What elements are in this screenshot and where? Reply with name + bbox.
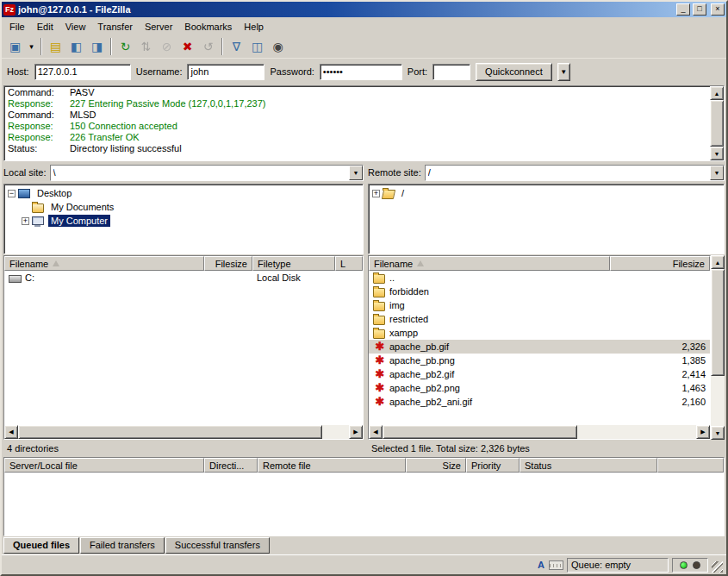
local-directory-tree: −DesktopMy Documents+My Computer <box>3 184 364 254</box>
tab-queued-files[interactable]: Queued files <box>3 537 79 554</box>
column-header-filename[interactable]: Filename <box>4 256 204 271</box>
log-line-text: 226 Transfer OK <box>70 132 140 143</box>
scrollbar-track[interactable] <box>383 425 696 439</box>
remote-vertical-scrollbar[interactable]: ▲ ▼ <box>711 255 725 440</box>
local-site-input[interactable] <box>51 166 349 180</box>
menu-help[interactable]: Help <box>238 20 270 34</box>
scrollbar-thumb[interactable] <box>710 100 724 147</box>
file-size-cell <box>610 312 710 326</box>
host-input[interactable] <box>34 64 131 80</box>
table-row[interactable]: ✱apache_pb2_ani.gif2,160 <box>369 395 710 409</box>
scroll-down-icon[interactable]: ▼ <box>710 147 724 160</box>
tree-item-label: / <box>399 187 407 199</box>
column-header-filesize[interactable]: Filesize <box>610 256 710 271</box>
remote-site-input[interactable] <box>426 166 710 180</box>
file-type-cell: Local Disk <box>252 271 335 285</box>
menu-bookmarks[interactable]: Bookmarks <box>178 20 238 34</box>
chevron-down-icon[interactable]: ▼ <box>349 166 363 180</box>
table-row[interactable]: ✱apache_pb2.gif2,414 <box>369 367 710 381</box>
table-row[interactable]: ✱apache_pb.png1,385 <box>369 354 710 367</box>
table-row[interactable]: C:Local Disk <box>4 271 363 285</box>
scroll-down-icon[interactable]: ▼ <box>711 426 725 440</box>
message-log-scrollbar[interactable]: ▲ ▼ <box>710 86 724 160</box>
chevron-down-icon[interactable]: ▼ <box>710 166 724 180</box>
toggle-remote-tree-button[interactable]: ◨ <box>87 37 107 56</box>
menu-view[interactable]: View <box>59 20 92 34</box>
queue-column-header-serverlocalfile[interactable]: Server/Local file <box>4 458 204 473</box>
remote-horizontal-scrollbar[interactable]: ◀ ▶ <box>369 425 710 439</box>
scrollbar-track[interactable] <box>710 100 724 147</box>
table-row[interactable]: forbidden <box>369 285 710 298</box>
scroll-left-icon[interactable]: ◀ <box>4 425 18 439</box>
disconnect-button[interactable]: ✖ <box>177 37 197 56</box>
queue-column-header-filler <box>657 458 724 473</box>
port-input[interactable] <box>432 64 470 80</box>
table-row[interactable]: xampp <box>369 326 710 340</box>
username-input[interactable] <box>187 64 264 80</box>
file-name-cell: ✱apache_pb.png <box>369 354 610 367</box>
local-tree-item[interactable]: My Documents <box>6 200 361 214</box>
reconnect-button[interactable]: ↺ <box>198 37 218 56</box>
queue-column-header-remotefile[interactable]: Remote file <box>258 458 406 473</box>
table-row[interactable]: .. <box>369 271 710 285</box>
local-tree-item[interactable]: −Desktop <box>6 186 361 200</box>
file-size-cell: 2,326 <box>610 340 710 354</box>
column-header-filetype[interactable]: Filetype <box>252 256 335 271</box>
table-row[interactable]: ✱apache_pb.gif2,326 <box>369 340 710 354</box>
tree-expander-icon[interactable]: + <box>22 217 29 225</box>
local-site-combobox[interactable]: ▼ <box>50 165 364 181</box>
tab-failed-transfers[interactable]: Failed transfers <box>80 537 165 554</box>
site-manager-dropdown[interactable]: ▾ <box>26 37 37 56</box>
scrollbar-thumb[interactable] <box>711 269 725 376</box>
toggle-message-log-button[interactable]: ▤ <box>46 37 65 56</box>
local-tree-item[interactable]: +My Computer <box>6 214 361 228</box>
tree-expander-icon[interactable]: + <box>372 190 380 197</box>
column-header-filename[interactable]: Filename <box>369 256 610 271</box>
remote-site-combobox[interactable]: ▼ <box>425 165 725 181</box>
maximize-button[interactable]: □ <box>693 3 706 16</box>
scroll-up-icon[interactable]: ▲ <box>711 255 725 269</box>
file-name-text: apache_pb2.png <box>389 383 460 393</box>
scrollbar-thumb[interactable] <box>383 425 577 439</box>
scroll-right-icon[interactable]: ▶ <box>696 425 710 439</box>
title-bar[interactable]: Fz john@127.0.0.1 - FileZilla _ □ × <box>2 2 726 17</box>
file-modified-cell <box>335 271 363 285</box>
password-input[interactable] <box>320 64 402 80</box>
menu-file[interactable]: File <box>3 20 31 34</box>
queue-column-header-priority[interactable]: Priority <box>466 458 520 473</box>
queue-column-header-size[interactable]: Size <box>406 458 466 473</box>
site-manager-button[interactable]: ▣ <box>5 37 25 56</box>
toggle-local-tree-button[interactable]: ◧ <box>66 37 86 56</box>
queue-column-header-directi[interactable]: Directi... <box>204 458 258 473</box>
tree-expander-icon[interactable]: − <box>8 190 16 197</box>
quickconnect-button[interactable]: Quickconnect <box>476 63 552 81</box>
table-row[interactable]: img <box>369 298 710 312</box>
directory-comparison-button[interactable]: ◫ <box>247 37 267 56</box>
minimize-button[interactable]: _ <box>676 3 690 16</box>
tab-successful-transfers[interactable]: Successful transfers <box>165 537 270 554</box>
scroll-left-icon[interactable]: ◀ <box>369 425 383 439</box>
column-header-filesize[interactable]: Filesize <box>204 256 252 271</box>
scroll-right-icon[interactable]: ▶ <box>349 425 363 439</box>
refresh-button[interactable]: ↻ <box>115 37 135 56</box>
find-files-button[interactable]: ◉ <box>268 37 288 56</box>
remote-tree-item[interactable]: +/ <box>370 186 722 200</box>
cancel-current-operation-button[interactable]: ⊘ <box>157 37 177 56</box>
quickconnect-dropdown-button[interactable]: ▼ <box>557 63 570 81</box>
resize-grip[interactable] <box>712 561 723 573</box>
scrollbar-track[interactable] <box>711 269 725 426</box>
queue-column-header-status[interactable]: Status <box>520 458 657 473</box>
table-row[interactable]: ✱apache_pb2.png1,463 <box>369 381 710 395</box>
close-button[interactable]: × <box>711 3 725 16</box>
scrollbar-track[interactable] <box>18 425 349 439</box>
process-queue-button[interactable]: ⇅ <box>136 37 156 56</box>
menu-edit[interactable]: Edit <box>31 20 59 34</box>
table-row[interactable]: restricted <box>369 312 710 326</box>
menu-transfer[interactable]: Transfer <box>91 20 139 34</box>
column-header-l[interactable]: L <box>335 256 363 271</box>
menu-server[interactable]: Server <box>139 20 178 34</box>
filter-button[interactable]: ∇ <box>227 37 246 56</box>
local-horizontal-scrollbar[interactable]: ◀ ▶ <box>4 425 363 439</box>
scrollbar-thumb[interactable] <box>18 425 322 439</box>
scroll-up-icon[interactable]: ▲ <box>710 86 724 100</box>
